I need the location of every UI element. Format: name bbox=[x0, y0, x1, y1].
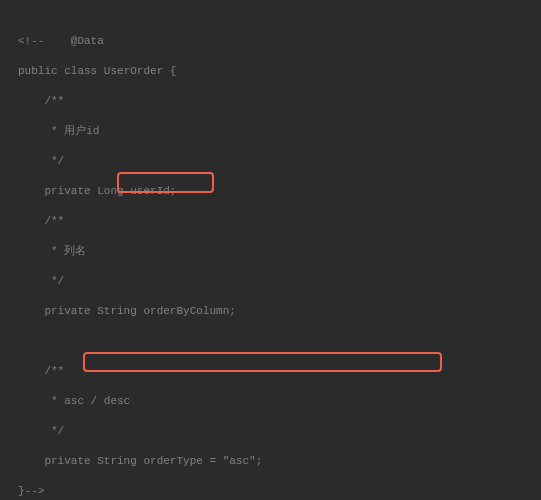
code-line: public class UserOrder { bbox=[18, 64, 541, 79]
kw: private bbox=[18, 454, 97, 469]
code-line: * asc / desc bbox=[18, 394, 541, 409]
code-line: private String orderType = "asc"; bbox=[18, 454, 541, 469]
close: }--> bbox=[18, 484, 44, 499]
code-line: /** bbox=[18, 214, 541, 229]
code-line: */ bbox=[18, 274, 541, 289]
doc: /** bbox=[18, 94, 64, 109]
code-line: }--> bbox=[18, 484, 541, 499]
doc: * asc / desc bbox=[18, 394, 130, 409]
code-line: * 用户id bbox=[18, 124, 541, 139]
comment-text: <!-- @Data bbox=[18, 34, 104, 49]
doc: */ bbox=[18, 154, 64, 169]
doc: /** bbox=[18, 364, 64, 379]
doc: * 用户id bbox=[18, 124, 99, 139]
doc: /** bbox=[18, 214, 64, 229]
type: String bbox=[97, 304, 143, 319]
doc: */ bbox=[18, 424, 64, 439]
semi: ; bbox=[256, 454, 263, 469]
ident: UserOrder { bbox=[104, 64, 177, 79]
code-line: private String orderByColumn; bbox=[18, 304, 541, 319]
type: String orderType = bbox=[97, 454, 222, 469]
code-line: /** bbox=[18, 364, 541, 379]
kw: private bbox=[18, 184, 97, 199]
code-line: private Long userId; bbox=[18, 184, 541, 199]
code-line: */ bbox=[18, 154, 541, 169]
doc: */ bbox=[18, 274, 64, 289]
code-editor[interactable]: <!-- @Data public class UserOrder { /** … bbox=[0, 0, 541, 500]
ident: orderByColumn; bbox=[143, 304, 235, 319]
kw: private bbox=[18, 304, 97, 319]
doc: * 列名 bbox=[18, 244, 86, 259]
code-line: /** bbox=[18, 94, 541, 109]
code-line: */ bbox=[18, 424, 541, 439]
code-line: <!-- @Data bbox=[18, 34, 541, 49]
kw: public class bbox=[18, 64, 104, 79]
code-line bbox=[18, 334, 541, 349]
str: "asc" bbox=[223, 454, 256, 469]
type: Long userId; bbox=[97, 184, 176, 199]
code-line: * 列名 bbox=[18, 244, 541, 259]
